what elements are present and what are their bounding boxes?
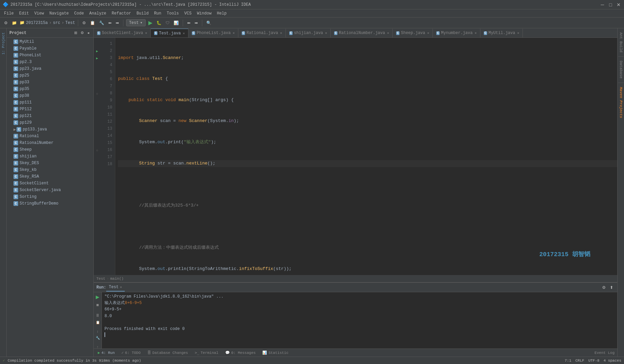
tab-rational[interactable]: C Rational.java ✕ [238,29,286,37]
menu-code[interactable]: Code [71,10,87,17]
menu-run[interactable]: Run [151,10,164,17]
tree-item-sorting[interactable]: C Sorting [7,193,93,200]
console-filter-btn[interactable]: 🔧 [95,335,100,340]
tree-item-myutil[interactable]: C MyUtil [7,38,93,45]
editor-content[interactable]: ▶ ▶ ◇ ◇ 1 2 3 [94,38,617,275]
tab-shijian[interactable]: C shijian.java ✕ [286,29,331,37]
status-position[interactable]: 7:1 [565,359,571,363]
toolbar-nav-btn1[interactable]: ⚙ [3,20,9,26]
tab-rationalnumber[interactable]: C RationalNumber.java ✕ [331,29,393,37]
footer-tab-todo[interactable]: ✓ 6: TODO [120,350,142,356]
menu-refactor[interactable]: Refactor [109,10,134,17]
toolbar-btn-edit2[interactable]: 📋 [89,20,96,26]
database-tab[interactable]: Database [618,58,624,81]
status-charset[interactable]: UTF-8 [588,359,599,363]
tree-item-pp112[interactable]: C PP112 [7,106,93,113]
tree-item-pp33[interactable]: C pp33 [7,79,93,86]
project-action-btn2[interactable]: ⚙ [79,30,85,36]
tab-close-socketclient[interactable]: ✕ [145,31,147,35]
project-action-btn3[interactable]: ◂ [86,30,91,36]
tab-socketclient[interactable]: C SocketClient.java ✕ [94,29,151,37]
tab-close-sheep[interactable]: ✕ [427,31,429,35]
bottom-tab-test[interactable]: Test ✕ [106,283,125,292]
maven-tab[interactable]: Maven Projects [618,84,624,121]
tree-item-phonelist[interactable]: C PhoneList [7,52,93,59]
menu-navigate[interactable]: Navigate [47,10,71,17]
tab-close-mynumber[interactable]: ✕ [475,31,477,35]
tree-item-stringbufferdemo[interactable]: C StringBufferDemo [7,200,93,207]
console-scroll-btn[interactable]: ↕ [96,329,99,334]
status-indent[interactable]: 4 spaces [603,359,621,363]
tree-item-shijian[interactable]: C shijian [7,153,93,160]
bottom-action-btn1[interactable]: ⚙ [601,284,607,291]
console-stop-btn[interactable]: ■ [96,302,100,308]
search-everywhere-btn[interactable]: 🔍 [205,20,213,26]
class-name[interactable]: Test [65,21,75,25]
tree-item-skey-kb[interactable]: C Skey_kb [7,166,93,173]
console-area[interactable]: "C:\Program Files\Java\jdk1.8.0_162\bin\… [102,292,617,348]
footer-tab-statistic[interactable]: 📊 Statistic [261,350,290,356]
tree-item-pp133[interactable]: ▶ C pp133.java [7,126,93,133]
tree-item-sheep[interactable]: C Sheep [7,146,93,153]
tree-item-pp35[interactable]: C pp35 [7,86,93,92]
tree-item-pp23[interactable]: C pp2.3 [7,59,93,65]
menu-vcs[interactable]: VCS [182,10,195,17]
tree-item-pp38[interactable]: C pp38 [7,92,93,99]
menu-window[interactable]: Window [194,10,214,17]
coverage-button[interactable]: 🛡 [164,20,171,26]
tab-close-rational[interactable]: ✕ [280,31,282,35]
minimize-button[interactable]: ─ [600,2,605,7]
debug-button[interactable]: 🐛 [155,20,163,26]
toolbar-nav-btn2[interactable]: 📁 [10,20,18,26]
tree-item-pp121[interactable]: C pp121 [7,113,93,119]
tab-close-test[interactable]: ✕ [183,31,185,35]
run-config-selector[interactable]: Test ▾ [126,19,146,26]
tree-item-socketserver[interactable]: C SocketServer.java [7,187,93,193]
tree-item-rationalnumber[interactable]: C RationalNumber [7,140,93,146]
menu-analyze[interactable]: Analyze [87,10,109,17]
run-button[interactable]: ▶ [147,19,154,27]
tree-item-rational[interactable]: C Rational [7,133,93,140]
bottom-action-btn2[interactable]: ⬆ [608,284,615,291]
event-log-btn[interactable]: Event Log [595,351,615,355]
menu-tools[interactable]: Tools [164,10,182,17]
tree-item-skey-des[interactable]: C Skey_DES [7,160,93,166]
profile-button[interactable]: 📊 [172,20,180,26]
footer-tab-dbchanges[interactable]: 🗄 Database Changes [146,350,189,356]
code-area[interactable]: import java.util.Scanner; public class T… [115,38,617,275]
tab-close-phonelist[interactable]: ✕ [233,31,235,35]
tab-myutil[interactable]: C MyUtil.java ✕ [480,29,523,37]
toolbar-btn-edit5[interactable]: ➡ [114,20,120,26]
breadcrumb-main[interactable]: main() [110,277,124,281]
toolbar-forward-btn[interactable]: ➡ [193,20,199,26]
close-button[interactable]: ✕ [616,2,621,7]
status-crlf[interactable]: CRLF [575,359,584,363]
menu-file[interactable]: File [1,10,17,17]
tree-item-socketclient[interactable]: C SocketClient [7,180,93,187]
breadcrumb-test[interactable]: Test [96,277,105,281]
footer-tab-run[interactable]: ▶ 4: Run [96,350,116,356]
tab-close-rationalnumber[interactable]: ✕ [387,31,389,35]
console-pause-btn[interactable]: ⏸ [95,312,100,318]
tree-item-payable[interactable]: C Payable [7,45,93,52]
tab-phonelist[interactable]: C PhoneList.java ✕ [188,29,238,37]
toolbar-back-btn[interactable]: ⬅ [186,20,192,26]
tree-item-pp23java[interactable]: C pp23.java [7,65,93,72]
tree-item-pp25[interactable]: C pp25 [7,72,93,79]
gutter-run-2[interactable]: ▶ [94,48,100,55]
menu-build[interactable]: Build [134,10,151,17]
src-folder[interactable]: src [53,21,60,25]
console-prev-btn[interactable]: ↑ [96,344,99,348]
maximize-button[interactable]: □ [608,2,613,7]
tree-item-pp111[interactable]: C pp111 [7,99,93,106]
tree-item-pp129[interactable]: C pp129 [7,119,93,126]
console-log-btn[interactable]: 📋 [95,320,100,325]
footer-tab-terminal[interactable]: >_ Terminal [194,350,220,356]
project-panel-tab[interactable]: 1: Project [1,30,6,57]
tab-test[interactable]: C Test.java ✕ [151,29,188,37]
tree-item-skey-rsa[interactable]: C Skey_RSA [7,173,93,180]
ant-build-tab[interactable]: Ant Build [618,30,624,55]
tab-close-shijian[interactable]: ✕ [325,31,327,35]
tab-close-myutil[interactable]: ✕ [517,31,519,35]
footer-tab-messages[interactable]: 💬 0: Messages [224,350,257,356]
